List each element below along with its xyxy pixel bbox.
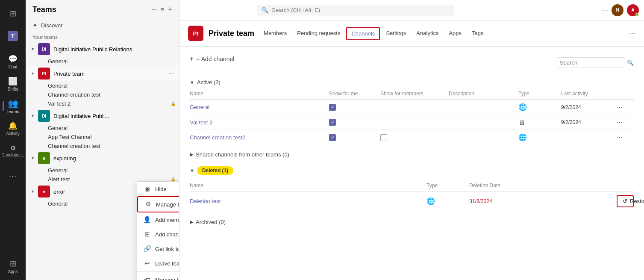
channel-name-val-test[interactable]: Val test 2 [190, 119, 329, 126]
creation-test-more-button[interactable]: ··· [617, 134, 634, 141]
channel-creation-test-private[interactable]: Channel creation test [26, 90, 179, 99]
search-bar[interactable]: 🔍 [257, 5, 453, 15]
tab-members[interactable]: Members [259, 27, 291, 40]
top-more-icon[interactable]: ··· [602, 6, 608, 15]
team-row-exploring[interactable]: ▼ e exploring ··· [26, 150, 179, 166]
leave-icon: ↩ [143, 259, 151, 267]
tab-settings[interactable]: Settings [382, 27, 410, 40]
show-members-creation-test[interactable] [380, 134, 449, 141]
manage-icon: ⚙ [144, 200, 152, 208]
nav-grid-button[interactable]: ⊞ [3, 3, 23, 24]
col-show-me: Show for me [329, 91, 380, 97]
top-bar-right: ··· N A [602, 4, 639, 16]
apps-label: Apps [8, 269, 18, 274]
add-channel-button[interactable]: + + Add channel [190, 53, 234, 65]
menu-get-link[interactable]: 🔗 Get link to team [137, 242, 179, 256]
table-row: General ✓ 🌐 9/2/2024 ··· [190, 100, 634, 115]
chat-label: Chat [8, 65, 17, 69]
restore-icon: ↺ [623, 198, 627, 204]
avatar-di-publi: DI [38, 110, 50, 122]
show-me-val-test[interactable]: ✓ [329, 119, 380, 126]
restore-label: Restore [630, 198, 644, 204]
channel-creation-test-di[interactable]: Channel creation test [26, 141, 179, 150]
active-section-label: Active (3) [197, 79, 221, 85]
tab-pending[interactable]: Pending requests [293, 27, 344, 40]
channel-list-private: General Channel creation test Val test 2… [26, 81, 179, 108]
menu-leave-label: Leave team [155, 260, 179, 267]
general-more-button[interactable]: ··· [617, 103, 634, 111]
channel-list-di-pr: General [26, 57, 179, 66]
channel-general-exploring[interactable]: General [26, 166, 179, 175]
team-name-private: Private team [53, 71, 163, 77]
checkbox-unchecked [380, 134, 387, 141]
chevron-error: ▼ [31, 189, 35, 194]
team-group-exploring: ▼ e exploring ··· General Alert test 🔒 [26, 150, 179, 184]
team-header-more-button[interactable]: ··· [629, 29, 635, 38]
tab-channels[interactable]: Channels [346, 27, 380, 40]
menu-manage-team[interactable]: ⚙ Manage team [137, 196, 179, 212]
restore-button[interactable]: ↺ Restore [617, 195, 634, 207]
hide-icon: ◉ [143, 185, 151, 193]
col-name: Name [190, 91, 329, 97]
team-row-di-publi[interactable]: ▼ DI Digital Initiative Publi... ··· [26, 108, 179, 124]
deleted-badge: Deleted (1) [197, 166, 233, 175]
developer-icon: ⚙ [10, 144, 16, 152]
menu-hide[interactable]: ◉ Hide [137, 182, 179, 196]
tab-analytics[interactable]: Analytics [412, 27, 443, 40]
nav-activity[interactable]: 🔔 Activity [3, 118, 23, 139]
context-menu: ◉ Hide ⚙ Manage team 👤 Add member ⊞ Add … [137, 181, 179, 280]
channel-name-deletion-test[interactable]: Deletion test [190, 198, 426, 204]
active-section-header[interactable]: ▼ Active (3) [190, 77, 634, 88]
sidebar-filter-button[interactable]: ≡ [160, 6, 164, 14]
menu-manage-tags[interactable]: 🏷 Manage tags [137, 273, 179, 280]
deleted-section-header[interactable]: ▼ Deleted (1) [190, 164, 634, 177]
menu-leave-team[interactable]: ↩ Leave team [137, 256, 179, 271]
checkbox-checked: ✓ [329, 119, 336, 126]
search-icon: 🔍 [262, 7, 268, 13]
private-more-button[interactable]: ··· [167, 69, 176, 78]
menu-manage-label: Manage team [156, 201, 179, 208]
last-activity-val-test: 9/2/2024 [561, 119, 617, 125]
discover-item[interactable]: ✦ Discover [26, 19, 179, 31]
channel-val-test-private[interactable]: Val test 2 🔒 [26, 99, 179, 108]
team-row-di-pr[interactable]: ▼ DI Digital Initiative Public Relations… [26, 41, 179, 57]
show-me-general[interactable]: ✓ [329, 104, 380, 111]
tab-tags[interactable]: Tags [468, 27, 488, 40]
team-nav-tabs: Members Pending requests Channels Settin… [259, 27, 488, 40]
menu-add-member-label: Add member [155, 217, 179, 223]
nav-chat[interactable]: 💬 Chat [3, 51, 23, 72]
val-test-more-button[interactable]: ··· [617, 118, 634, 126]
menu-add-channel[interactable]: ⊞ Add channel [137, 227, 179, 242]
channel-general-di-pr[interactable]: General [26, 57, 179, 66]
archived-section-header[interactable]: ▶ Archived (0) [190, 216, 634, 228]
menu-add-member[interactable]: 👤 Add member [137, 212, 179, 227]
nav-developer[interactable]: ⚙ Developer... [3, 140, 23, 161]
tags-icon: 🏷 [143, 276, 151, 280]
channel-general-di-publi[interactable]: General [26, 124, 179, 133]
content-search-input[interactable] [556, 57, 624, 68]
nav-shifts[interactable]: ⬜ Shifts [3, 74, 23, 94]
user-avatar-1[interactable]: N [612, 4, 623, 16]
user-avatar-2[interactable]: A [627, 4, 639, 16]
channel-app-test[interactable]: App Test Channel [26, 133, 179, 141]
shared-section-header[interactable]: ▶ Shared channels from other teams (0) [190, 149, 634, 160]
nav-teams[interactable]: 👥 Teams [3, 96, 23, 116]
sidebar-add-button[interactable]: + [168, 5, 172, 14]
sidebar-more-button[interactable]: ··· [151, 6, 157, 14]
chevron-private: ▼ [31, 71, 35, 76]
channel-name-general[interactable]: General [190, 104, 329, 110]
deleted-section: ▼ Deleted (1) Name Type Deletion Date De… [190, 164, 634, 211]
avatar-exploring: e [38, 152, 50, 164]
channel-list-di-publi: General App Test Channel Channel creatio… [26, 124, 179, 150]
nav-apps[interactable]: ⊞ Apps [3, 256, 23, 277]
team-row-private[interactable]: ▼ Pt Private team ··· [26, 66, 179, 81]
nav-teams-logo[interactable]: T [3, 26, 23, 46]
more-icon: ··· [9, 172, 17, 181]
sidebar-header-actions: ··· ≡ + [151, 5, 172, 14]
show-me-creation-test[interactable]: ✓ [329, 134, 380, 141]
search-input[interactable] [272, 7, 449, 13]
channel-general-private[interactable]: General [26, 81, 179, 90]
nav-more-button[interactable]: ··· [3, 166, 23, 186]
tab-apps[interactable]: Apps [444, 27, 466, 40]
channel-name-creation-test[interactable]: Channel creation test2 [190, 134, 329, 141]
